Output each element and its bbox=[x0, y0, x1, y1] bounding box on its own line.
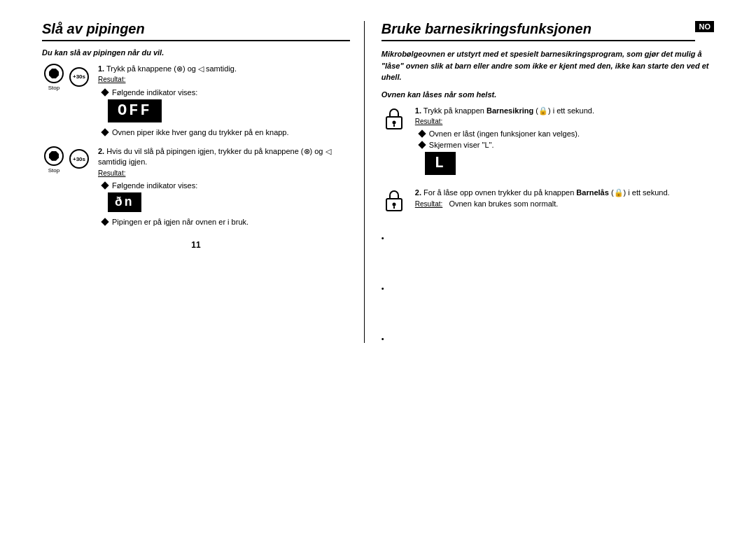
diamond-icon-2 bbox=[101, 128, 108, 136]
right-step-1-result-label: Resultat: bbox=[415, 118, 442, 125]
step-2-number: 2. bbox=[98, 147, 104, 155]
right-step-2-text: 2. For å låse opp ovnen trykker du på kn… bbox=[415, 188, 714, 209]
left-title: Slå av pipingen bbox=[42, 21, 350, 41]
right-title: Bruke barnesikringsfunksjonen bbox=[382, 21, 696, 41]
step-1-display: OFF bbox=[108, 99, 162, 122]
step-1-bullet-1: Følgende indikator vises: bbox=[102, 88, 350, 97]
bullet-dot-2: • bbox=[382, 284, 714, 293]
right-step-1-bullet-1: Ovnen er låst (ingen funksjoner kan velg… bbox=[419, 129, 714, 138]
right-step-1-text: 1. Trykk på knappen Barnesikring (🔒) i e… bbox=[415, 106, 714, 127]
stop-button-icon bbox=[44, 64, 64, 83]
plus30-button-icon: +30s bbox=[69, 67, 89, 87]
step-1-content: 1. Trykk på knappene (⊗) og ◁ samtidig. … bbox=[98, 64, 350, 136]
diamond-icon-6 bbox=[418, 141, 426, 149]
step-2-btn-row: Stop +30s bbox=[44, 146, 89, 174]
step-1-result-label: Resultat: bbox=[98, 76, 125, 83]
right-header: Bruke barnesikringsfunksjonen NO bbox=[382, 21, 714, 48]
svg-point-4 bbox=[392, 203, 396, 206]
step-1-block: Stop +30s 1. Trykk på knappene (⊗) og ◁ … bbox=[42, 64, 350, 136]
step-2-result-label: Resultat: bbox=[98, 169, 125, 177]
stop-button-icon-2 bbox=[44, 146, 64, 166]
no-badge: NO bbox=[695, 21, 714, 32]
stop-label-2: Stop bbox=[48, 167, 59, 174]
step-2-display: ðn bbox=[108, 192, 141, 212]
step-1-btn-row: Stop +30s bbox=[44, 64, 89, 91]
right-step-1-number: 1. bbox=[415, 106, 421, 115]
right-step-1-bullet-2: Skjermen viser "L". bbox=[419, 141, 714, 149]
diamond-icon-4 bbox=[101, 218, 108, 225]
step-2-content: 2. Hvis du vil slå på pipingen igjen, tr… bbox=[98, 146, 350, 226]
step-1-bullet-2: Ovnen piper ikke hver gang du trykker på… bbox=[102, 128, 350, 136]
lock-svg-2 bbox=[383, 188, 405, 213]
right-step-2-number: 2. bbox=[415, 188, 421, 197]
diamond-icon-3 bbox=[101, 181, 108, 189]
left-subtitle: Du kan slå av pipingen når du vil. bbox=[42, 48, 350, 57]
bullet-dot-1: • bbox=[382, 234, 714, 242]
lock-icon-1 bbox=[382, 106, 407, 131]
step-1-text: 1. Trykk på knappene (⊗) og ◁ samtidig. … bbox=[98, 64, 350, 85]
right-step-1-display: L bbox=[425, 152, 456, 175]
left-section: Slå av pipingen Du kan slå av pipingen n… bbox=[42, 21, 365, 343]
intro-text: Mikrobølgeovnen er utstyrt med et spesie… bbox=[382, 48, 714, 83]
step-2-bullet-1: Følgende indikator vises: bbox=[102, 181, 350, 190]
right-step-2-result-label: Resultat: bbox=[415, 200, 442, 208]
right-step-2-content: 2. For å låse opp ovnen trykker du på kn… bbox=[415, 188, 714, 209]
svg-point-1 bbox=[392, 120, 396, 124]
step-1-buttons: Stop +30s bbox=[42, 64, 91, 91]
step-2-bullet-2: Pipingen er på igjen når ovnen er i bruk… bbox=[102, 218, 350, 226]
diamond-icon-5 bbox=[418, 130, 426, 138]
right-subtitle: Ovnen kan låses når som helst. bbox=[382, 90, 714, 99]
lock-svg-1 bbox=[383, 106, 405, 131]
right-step-1-content: 1. Trykk på knappen Barnesikring (🔒) i e… bbox=[415, 106, 714, 178]
stop-label: Stop bbox=[48, 85, 59, 91]
right-step-2-block: 2. For å låse opp ovnen trykker du på kn… bbox=[382, 188, 714, 213]
diamond-icon bbox=[101, 88, 108, 96]
step-1-number: 1. bbox=[98, 64, 104, 73]
right-bullets-decorative: • • • bbox=[382, 234, 714, 343]
right-step-1-block: 1. Trykk på knappen Barnesikring (🔒) i e… bbox=[382, 106, 714, 178]
step-2-block: Stop +30s 2. Hvis du vil slå på pipingen… bbox=[42, 146, 350, 226]
right-section: Bruke barnesikringsfunksjonen NO Mikrobø… bbox=[365, 21, 714, 343]
bullet-dot-3: • bbox=[382, 335, 714, 343]
step-2-buttons: Stop +30s bbox=[42, 146, 91, 174]
lock-icon-2 bbox=[382, 188, 407, 213]
plus30-button-icon-2: +30s bbox=[69, 149, 89, 169]
step-2-text: 2. Hvis du vil slå på pipingen igjen, tr… bbox=[98, 146, 350, 178]
page-number: 11 bbox=[42, 240, 350, 250]
